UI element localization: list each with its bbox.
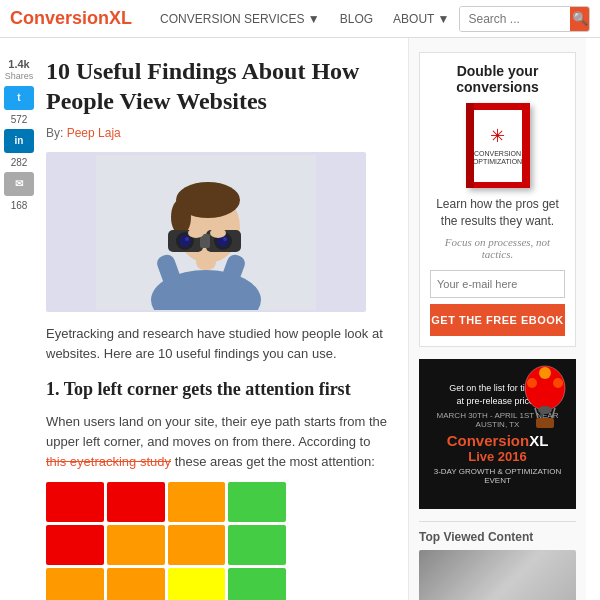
heatmap-cell bbox=[228, 525, 286, 565]
book-spine bbox=[466, 103, 474, 188]
article-author: By: Peep Laja bbox=[46, 126, 392, 140]
svg-rect-23 bbox=[536, 418, 554, 428]
logo-text: Conversion bbox=[10, 8, 109, 28]
book-cover: ✳ CONVERSION OPTIMIZATION bbox=[466, 103, 530, 188]
event-banner[interactable]: Get on the list for tickets at pre-relea… bbox=[419, 359, 576, 509]
email-share-button[interactable]: ✉ bbox=[4, 172, 34, 196]
svg-point-5 bbox=[171, 199, 191, 235]
heatmap-cell bbox=[46, 568, 104, 600]
navbar: ConversionXL CONVERSION SERVICES ▼ BLOG … bbox=[0, 0, 600, 38]
search-input[interactable] bbox=[460, 7, 570, 31]
heatmap-cell bbox=[46, 482, 104, 522]
heatmap-cell bbox=[228, 568, 286, 600]
section1-heading: 1. Top left corner gets the attention fi… bbox=[46, 378, 392, 401]
get-ebook-button[interactable]: GET THE FREE EBOOK bbox=[430, 304, 565, 336]
eyetracking-link[interactable]: this eyetracking study bbox=[46, 454, 171, 469]
total-share-count: 1.4k Shares bbox=[5, 58, 34, 82]
promo-body-text: Learn how the pros get the results they … bbox=[430, 196, 565, 230]
promo-tagline: Focus on processes, not tactics. bbox=[430, 236, 565, 260]
nav-links: CONVERSION SERVICES ▼ BLOG ABOUT ▼ bbox=[150, 0, 459, 38]
email-count: 168 bbox=[11, 200, 28, 211]
search-button[interactable]: 🔍 bbox=[570, 7, 589, 31]
linkedin-share-button[interactable]: in bbox=[4, 129, 34, 153]
svg-point-27 bbox=[538, 406, 552, 414]
svg-line-22 bbox=[552, 408, 555, 418]
svg-point-16 bbox=[223, 237, 227, 241]
heatmap-cell bbox=[107, 482, 165, 522]
book-inner: ✳ CONVERSION OPTIMIZATION bbox=[474, 110, 522, 182]
top-viewed-thumbnail bbox=[419, 550, 576, 600]
binoculars-illustration bbox=[96, 155, 316, 310]
svg-line-21 bbox=[535, 408, 538, 418]
site-logo[interactable]: ConversionXL bbox=[10, 8, 132, 29]
heatmap-cell bbox=[168, 568, 226, 600]
nav-about[interactable]: ABOUT ▼ bbox=[383, 0, 459, 38]
book-container: ✳ CONVERSION OPTIMIZATION bbox=[430, 103, 565, 188]
nav-conversion-services[interactable]: CONVERSION SERVICES ▼ bbox=[150, 0, 330, 38]
svg-point-15 bbox=[185, 237, 189, 241]
svg-point-13 bbox=[179, 235, 191, 247]
top-viewed-title: Top Viewed Content bbox=[419, 521, 576, 544]
twitter-share-button[interactable]: t bbox=[4, 86, 34, 110]
right-sidebar: Double your conversions ✳ CONVERSION OPT… bbox=[408, 38, 586, 600]
balloon-illustration bbox=[520, 363, 570, 428]
heatmap-cell bbox=[107, 525, 165, 565]
svg-point-25 bbox=[553, 378, 563, 388]
heatmap-cell bbox=[107, 568, 165, 600]
heatmap-cell bbox=[228, 482, 286, 522]
page-layout: 1.4k Shares t 572 in 282 ✉ 168 10 Useful… bbox=[0, 38, 600, 600]
search-bar: 🔍 bbox=[459, 6, 590, 32]
linkedin-count: 282 bbox=[11, 157, 28, 168]
svg-point-17 bbox=[188, 228, 204, 238]
book-star-icon: ✳ bbox=[490, 125, 505, 147]
article-title: 10 Useful Findings About How People View… bbox=[46, 56, 392, 116]
heatmap-grid bbox=[46, 482, 286, 600]
nav-blog[interactable]: BLOG bbox=[330, 0, 383, 38]
heatmap-cell bbox=[168, 525, 226, 565]
heatmap-cell bbox=[168, 482, 226, 522]
social-sidebar: 1.4k Shares t 572 in 282 ✉ 168 bbox=[0, 38, 38, 600]
svg-point-18 bbox=[210, 228, 226, 238]
sidebar-promo-box: Double your conversions ✳ CONVERSION OPT… bbox=[419, 52, 576, 347]
logo-accent: XL bbox=[109, 8, 132, 28]
twitter-count: 572 bbox=[11, 114, 28, 125]
article-hero-image bbox=[46, 152, 366, 312]
email-input[interactable] bbox=[430, 270, 565, 298]
author-link[interactable]: Peep Laja bbox=[67, 126, 121, 140]
main-article: 10 Useful Findings About How People View… bbox=[38, 38, 408, 600]
event-brand-name: ConversionXL Live 2016 bbox=[427, 433, 568, 464]
heatmap-cell bbox=[46, 525, 104, 565]
promo-title: Double your conversions bbox=[430, 63, 565, 95]
svg-point-26 bbox=[539, 367, 551, 379]
event-subtitle: 3-DAY GROWTH & OPTIMIZATION EVENT bbox=[427, 467, 568, 485]
section1-text: When users land on your site, their eye … bbox=[46, 412, 392, 472]
svg-point-24 bbox=[527, 378, 537, 388]
article-intro: Eyetracking and research have studied ho… bbox=[46, 324, 392, 364]
